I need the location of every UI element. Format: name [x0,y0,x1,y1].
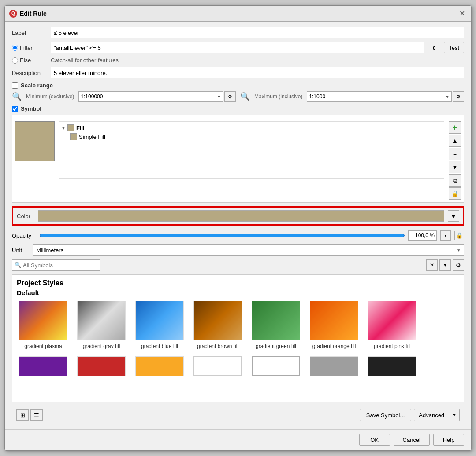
help-button[interactable]: Help [433,434,464,446]
action-buttons: Save Symbol... Advanced ▼ [360,409,460,421]
description-input[interactable] [51,67,464,78]
opacity-value[interactable]: 100,0 % [408,230,437,241]
max-search-icon: 🔍 [240,92,250,101]
description-row: Description [12,67,464,78]
symbol-label: Symbol [21,105,41,112]
min-scale-combo[interactable]: 1:100000 ▼ [78,91,223,102]
symbol-checkbox[interactable] [12,106,18,112]
test-button[interactable]: Test [444,42,464,53]
symbol-thumb-plasma [19,301,67,340]
second-row-swatches [17,356,459,376]
lock-button[interactable]: 🔒 [449,187,461,200]
move-up-button[interactable]: ▲ [449,135,461,147]
color-dropdown-button[interactable]: ▼ [448,210,459,222]
swatch-gray2 [310,356,358,376]
ok-button[interactable]: OK [359,434,390,446]
grid-view-button[interactable]: ⊞ [16,409,29,421]
symbol-thumb-gray [77,301,126,340]
list-item[interactable] [249,356,302,376]
advanced-dropdown-button[interactable]: ▼ [449,409,460,421]
tree-simple-fill-item[interactable]: Simple Fill [70,132,442,141]
min-scale-button[interactable]: ⚙ [224,91,236,102]
min-search-icon: 🔍 [12,92,22,101]
max-combo-arrow: ▼ [445,94,450,99]
list-item[interactable]: gradient pink fill [366,301,419,349]
duplicate-button[interactable]: ⧉ [449,174,461,187]
scale-range-section: Scale range 🔍 Minimum (exclusive) 1:1000… [12,82,464,102]
filter-input[interactable] [51,42,424,53]
list-item[interactable] [133,356,186,376]
filter-row: Filter ε Test [12,42,464,53]
list-item[interactable] [191,356,244,376]
list-item[interactable] [75,356,128,376]
swatch-purple [19,356,67,376]
else-label: Else [20,57,31,64]
edit-rule-dialog: Q Edit Rule ✕ Label Filter ε Test Else [4,5,472,451]
title-bar: Q Edit Rule ✕ [5,6,471,22]
label-input[interactable] [51,27,464,38]
symbols-grid: gradient plasma gradient gray fill gradi… [17,301,459,349]
simple-fill-label: Simple Fill [79,134,105,140]
app-icon: Q [9,10,17,18]
label-field-label: Label [12,30,47,36]
opacity-dropdown-button[interactable]: ▼ [440,230,451,241]
move-down-button[interactable]: ▼ [449,161,461,173]
scale-range-label: Scale range [21,82,53,89]
symbol-thumb-blue [135,301,184,340]
symbol-name-blue: gradient blue fill [141,343,178,349]
label-row: Label [12,27,464,38]
opacity-slider[interactable] [40,234,405,237]
search-input[interactable] [12,259,100,271]
opacity-label: Opacity [12,232,36,239]
else-row: Else Catch-all for other features [12,57,464,64]
list-item[interactable]: gradient blue fill [133,301,186,349]
scale-range-checkbox[interactable] [12,82,18,89]
add-layer-button[interactable]: + [449,121,461,134]
expression-button[interactable]: ε [428,42,440,53]
settings-button[interactable]: ⚙ [453,259,464,271]
search-wrapper: 🔍 [12,259,424,271]
list-item[interactable] [308,356,361,376]
color-bar[interactable] [38,210,444,222]
view-buttons: ⊞ ☰ [16,409,43,421]
advanced-group: Advanced ▼ [414,409,460,421]
symbol-action-buttons: + ▲ = ▼ ⧉ 🔒 [449,121,461,200]
cancel-button[interactable]: Cancel [394,434,430,446]
search-dropdown-button[interactable]: ▼ [439,259,451,271]
symbol-thumb-brown [193,301,242,340]
opacity-lock-button[interactable]: 🔒 [454,231,464,240]
unit-combo-arrow: ▼ [457,248,461,253]
list-view-button[interactable]: ☰ [30,409,43,421]
symbol-name-gray: gradient gray fill [83,343,120,349]
unit-combo[interactable]: Millimeters ▼ [33,244,464,256]
tree-fill-item[interactable]: ▼ Fill [61,123,442,132]
styles-area: Project Styles Default gradient plasma g… [12,274,464,402]
max-scale-button[interactable]: ⚙ [453,91,464,102]
close-button[interactable]: ✕ [457,8,467,19]
tree-expand-arrow: ▼ [61,126,66,131]
list-item[interactable] [366,356,419,376]
max-scale-combo[interactable]: 1:1000 ▼ [307,91,452,102]
list-item[interactable]: gradient brown fill [191,301,244,349]
else-radio[interactable] [12,57,18,64]
max-label: Maximum (inclusive) [254,93,302,100]
else-text: Catch-all for other features [51,57,119,64]
list-item[interactable]: gradient orange fill [308,301,361,349]
symbol-tree: ▼ Fill Simple Fill [59,121,444,179]
swatch-outline2 [252,356,300,376]
max-scale-value: 1:1000 [309,93,325,100]
symbol-name-green: gradient green fill [256,343,296,349]
filter-radio[interactable] [12,45,18,51]
list-item[interactable]: gradient plasma [17,301,70,349]
save-symbol-button[interactable]: Save Symbol... [360,409,411,421]
swatch-black [368,356,416,376]
equal-button[interactable]: = [449,148,461,160]
search-clear-button[interactable]: ✕ [426,259,438,271]
list-item[interactable]: gradient green fill [249,301,302,349]
search-row: 🔍 ✕ ▼ ⚙ [12,259,464,271]
list-item[interactable]: gradient gray fill [75,301,128,349]
advanced-button[interactable]: Advanced [414,409,449,421]
list-item[interactable] [17,356,70,376]
fill-swatch [67,124,74,131]
unit-value: Millimeters [36,247,63,254]
